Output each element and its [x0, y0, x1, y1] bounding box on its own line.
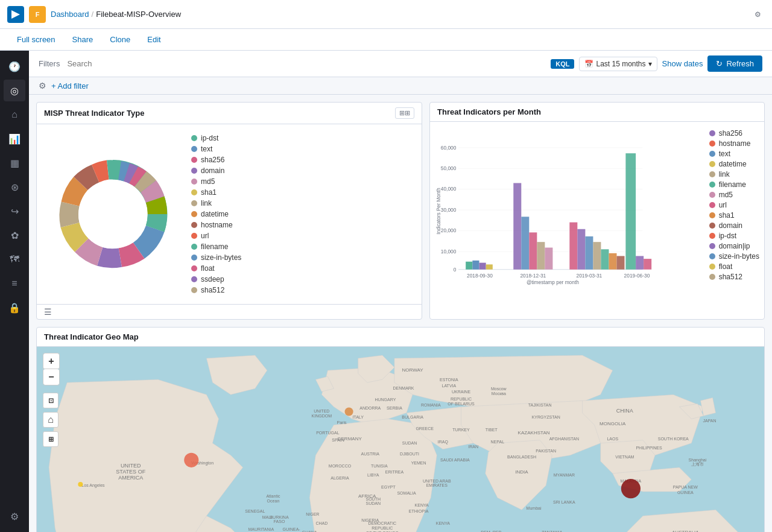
sidebar-icon-home[interactable]: ⌂	[4, 104, 25, 125]
svg-text:2018-12-31: 2018-12-31	[520, 273, 546, 279]
sidebar-icon-ml[interactable]: ⊛	[4, 176, 25, 198]
map-body: UNITED STATES OF AMERICA BRAZIL PERU AFR…	[37, 347, 764, 532]
svg-text:TURKEY: TURKEY	[452, 428, 470, 432]
svg-text:Moscow: Moscow	[491, 387, 507, 391]
svg-text:SPAIN: SPAIN	[332, 438, 344, 442]
sidebar-icon-settings[interactable]: ⚙	[4, 505, 25, 527]
svg-text:PAPUA NEW: PAPUA NEW	[673, 485, 698, 489]
svg-text:Los Angeles: Los Angeles	[81, 483, 105, 488]
refresh-button[interactable]: ↻ Refresh	[707, 55, 762, 72]
svg-text:30,000: 30,000	[441, 207, 457, 213]
svg-text:SOUTH: SOUTH	[365, 497, 381, 501]
zoom-in-button[interactable]: +	[43, 353, 59, 369]
legend-item-md5: md5	[191, 177, 241, 186]
search-input[interactable]	[67, 59, 543, 68]
legend-dot-hostname	[191, 222, 197, 228]
edit-button[interactable]: Edit	[140, 33, 168, 46]
breadcrumb-home[interactable]: Dashboard	[51, 10, 89, 19]
legend-item-sha256: sha256	[191, 156, 241, 164]
sidebar-icon-apm[interactable]: ✿	[4, 224, 25, 246]
filter-gear-icon[interactable]: ⚙	[39, 81, 46, 90]
svg-text:DJIBOUTI: DJIBOUTI	[400, 452, 419, 456]
svg-text:40,000: 40,000	[441, 186, 457, 192]
settings-icon[interactable]: ⚙	[750, 7, 765, 22]
fit-bounds-button[interactable]: ⊡	[43, 393, 59, 408]
sidebar-icon-dashboard[interactable]: ▦	[4, 152, 25, 174]
fullscreen-button[interactable]: Full screen	[10, 33, 63, 46]
svg-text:SENEGAL: SENEGAL	[245, 509, 265, 513]
bar-legend-label-text: text	[719, 150, 730, 158]
kql-badge[interactable]: KQL	[551, 59, 574, 69]
sidebar-icon-discover[interactable]: ◎	[4, 80, 25, 101]
sidebar-icon-graph[interactable]: ↪	[4, 200, 25, 222]
sidebar-icon-clock[interactable]: 🕐	[4, 55, 25, 77]
share-button[interactable]: Share	[65, 33, 101, 46]
svg-text:PAKISTAN: PAKISTAN	[536, 449, 556, 453]
legend-item-hostname: hostname	[191, 221, 241, 229]
svg-text:20,000: 20,000	[441, 227, 457, 233]
sidebar-icon-visualize[interactable]: 📊	[4, 128, 25, 150]
clone-button[interactable]: Clone	[103, 33, 138, 46]
donut-grid-button[interactable]: ⊞⊞	[395, 107, 414, 119]
bar-legend-dot-datetime	[709, 161, 715, 167]
breadcrumb-sep: /	[92, 10, 94, 19]
legend-dot-sha256	[191, 157, 197, 163]
bar-legend-text: text	[709, 150, 759, 158]
bar-legend-label-sha1: sha1	[719, 211, 735, 220]
svg-rect-17	[472, 261, 479, 270]
svg-text:JAPAN: JAPAN	[703, 419, 717, 423]
svg-text:GUINEA: GUINEA	[677, 490, 694, 495]
svg-text:0: 0	[454, 267, 457, 273]
bar-legend-label-float: float	[719, 262, 733, 271]
date-picker[interactable]: 📅 Last 15 months ▾	[579, 57, 657, 71]
breadcrumb: Dashboard / Filebeat-MISP-Overview	[51, 10, 181, 19]
legend-item-filename: filename	[191, 242, 241, 251]
svg-text:2019-03-31: 2019-03-31	[577, 273, 603, 279]
add-filter-link[interactable]: + Add filter	[51, 81, 89, 90]
legend-item-sha1: sha1	[191, 188, 241, 197]
legend-label-sizeinbytes: size-in-bytes	[201, 253, 241, 262]
svg-rect-31	[616, 256, 624, 269]
top-bar: F Dashboard / Filebeat-MISP-Overview ⚙	[0, 0, 772, 29]
zoom-out-button[interactable]: −	[43, 369, 59, 385]
zoom-button-group: + −	[43, 353, 60, 385]
bar-legend-dot-url	[709, 202, 715, 208]
svg-rect-29	[601, 249, 609, 269]
svg-rect-26	[577, 229, 585, 270]
sidebar-icon-maps[interactable]: 🗺	[4, 249, 25, 270]
legend-item-ssdeep: ssdeep	[191, 275, 241, 283]
home-button[interactable]: ⌂	[43, 412, 59, 428]
svg-text:UNITED ARAB: UNITED ARAB	[423, 479, 451, 483]
donut-chart	[46, 148, 179, 280]
bar-legend-dot-sizeinbytes2	[709, 253, 715, 259]
bar-legend-float: float	[709, 262, 759, 271]
bar-legend-filename: filename	[709, 180, 759, 189]
svg-text:SOUTH KOREA: SOUTH KOREA	[658, 437, 689, 441]
show-dates-button[interactable]: Show dates	[662, 59, 703, 68]
donut-panel-body: ip-dst text sha256	[37, 124, 422, 304]
svg-text:MYANMAR: MYANMAR	[554, 473, 575, 477]
sidebar-icon-infra[interactable]: ≡	[4, 273, 25, 294]
bar-legend-label-hostname: hostname	[719, 139, 751, 148]
legend-item-url: url	[191, 232, 241, 240]
top-panels: MISP Threat Indicator Type ⊞⊞	[36, 102, 765, 320]
svg-text:EGYPT: EGYPT	[381, 485, 396, 489]
svg-text:PORTUGAL: PORTUGAL	[316, 431, 340, 435]
legend-dot-md5	[191, 179, 197, 185]
bar-legend-dot-hostname	[709, 141, 715, 147]
legend-dot-ipdst	[191, 135, 197, 141]
bar-chart-svg: 60,000 50,000 40,000 30,000 20,000 10,00…	[435, 127, 704, 296]
svg-text:Москва: Москва	[492, 391, 506, 396]
donut-panel-header: MISP Threat Indicator Type ⊞⊞	[37, 103, 422, 124]
bar-legend-datetime: datetime	[709, 160, 759, 168]
svg-text:NIGER: NIGER	[306, 512, 319, 516]
svg-text:BURKINA: BURKINA	[270, 515, 289, 519]
layers-button[interactable]: ⊞	[43, 431, 59, 447]
sidebar-icon-siem[interactable]: 🔒	[4, 297, 25, 318]
list-icon[interactable]: ☰	[44, 307, 52, 317]
legend-dot-domain	[191, 168, 197, 174]
legend-dot-sha512	[191, 287, 197, 293]
legend-label-datetime: datetime	[201, 210, 229, 218]
filter-bar: Filters KQL 📅 Last 15 months ▾ Show date…	[29, 51, 772, 77]
legend-item-float: float	[191, 264, 241, 273]
